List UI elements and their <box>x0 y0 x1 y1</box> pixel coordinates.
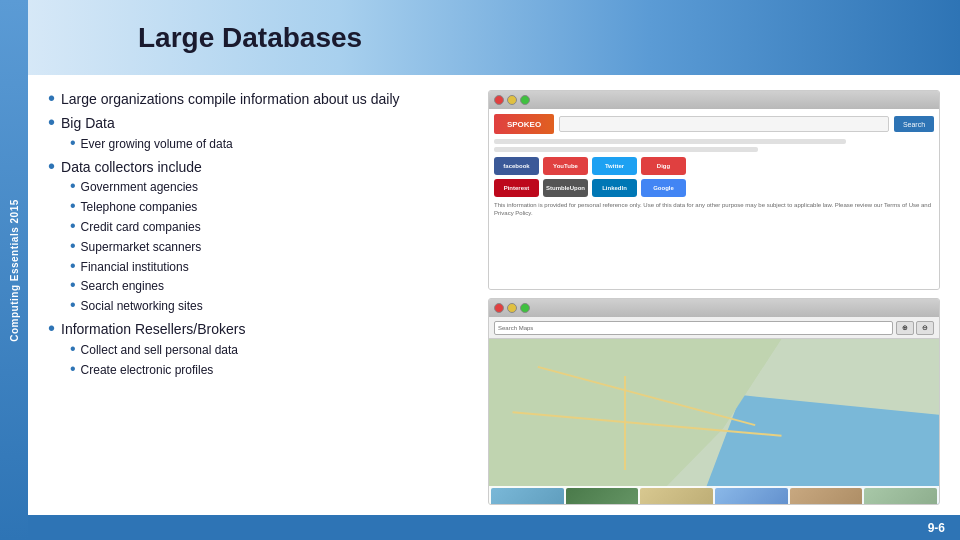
bullet-resellers-text: Information Resellers/Brokers <box>61 320 245 339</box>
header: Large Databases <box>28 0 960 75</box>
sub-supermarket-text: Supermarket scanners <box>81 239 202 256</box>
bullet-large-org: • Large organizations compile informatio… <box>48 90 468 109</box>
map-toolbar: Search Maps ⊕ ⊖ <box>489 317 939 339</box>
bullet-large-org-text: Large organizations compile information … <box>61 90 400 109</box>
map-thumb-1 <box>491 488 564 505</box>
page-number: 9-6 <box>928 521 945 535</box>
bullet-dot-2: • <box>48 112 55 132</box>
map-thumb-6 <box>864 488 937 505</box>
twitter-icon-chip: Twitter <box>592 157 637 175</box>
icon-row-top: facebook YouTube Twitter Digg Pinterest … <box>494 157 934 197</box>
social-icons-row-1: facebook YouTube Twitter Digg <box>494 157 934 175</box>
sub-collect-text: Collect and sell personal data <box>81 342 238 359</box>
linkedin-icon-chip: LinkedIn <box>592 179 637 197</box>
bullet-data-collectors-text: Data collectors include <box>61 158 202 177</box>
bullet-sub-dot-7: • <box>70 277 76 293</box>
sub-profiles-text: Create electronic profiles <box>81 362 214 379</box>
map-thumb-5 <box>790 488 863 505</box>
bullet-sub-dot-10: • <box>70 361 76 377</box>
bullet-big-data-text: Big Data <box>61 114 115 133</box>
bullet-ever-growing-text: Ever growing volume of data <box>81 136 233 153</box>
map-min-btn <box>507 303 517 313</box>
sub-social-text: Social networking sites <box>81 298 203 315</box>
map-btn-1: ⊕ <box>896 321 914 335</box>
map-road-3 <box>624 376 626 470</box>
social-icons-row-2: Pinterest StumbleUpon LinkedIn Google <box>494 179 934 197</box>
sub-social: • Social networking sites <box>48 298 468 315</box>
mock-line-2 <box>494 147 758 152</box>
screenshot-titlebar-top <box>489 91 939 109</box>
sidebar-label: Computing Essentials 2015 <box>9 199 20 342</box>
map-buttons: ⊕ ⊖ <box>896 321 934 335</box>
sub-financial: • Financial institutions <box>48 259 468 276</box>
bullet-sub-dot-6: • <box>70 258 76 274</box>
search-btn-mock: Search <box>894 116 934 132</box>
bullet-sub-dot-3: • <box>70 198 76 214</box>
pinterest-icon-chip: Pinterest <box>494 179 539 197</box>
bullet-dot-3: • <box>48 156 55 176</box>
sub-credit-text: Credit card companies <box>81 219 201 236</box>
map-max-btn <box>520 303 530 313</box>
win-max-btn <box>520 95 530 105</box>
screenshot-body-top: SPOKEO Search facebook YouTube Twitter D… <box>489 109 939 289</box>
bullet-sub-dot-5: • <box>70 238 76 254</box>
stumble-icon-chip: StumbleUpon <box>543 179 588 197</box>
map-thumb-4 <box>715 488 788 505</box>
sub-supermarket: • Supermarket scanners <box>48 239 468 256</box>
bullet-data-collectors: • Data collectors include <box>48 158 468 177</box>
search-bar-mock <box>559 116 889 132</box>
images-column: SPOKEO Search facebook YouTube Twitter D… <box>478 90 940 505</box>
bullet-resellers: • Information Resellers/Brokers <box>48 320 468 339</box>
screenshot-map: Search Maps ⊕ ⊖ <box>488 298 940 505</box>
spokeo-logo: SPOKEO <box>494 114 554 134</box>
sub-financial-text: Financial institutions <box>81 259 189 276</box>
sub-profiles: • Create electronic profiles <box>48 362 468 379</box>
sub-govt-text: Government agencies <box>81 179 198 196</box>
mock-line-1 <box>494 139 846 144</box>
page-title: Large Databases <box>138 22 362 54</box>
map-btn-2: ⊖ <box>916 321 934 335</box>
sub-govt: • Government agencies <box>48 179 468 196</box>
google-icon-chip: Google <box>641 179 686 197</box>
map-thumb-3 <box>640 488 713 505</box>
youtube-icon-chip: YouTube <box>543 157 588 175</box>
bullet-sub-dot-2: • <box>70 178 76 194</box>
bullet-ever-growing: • Ever growing volume of data <box>48 136 468 153</box>
sidebar: Computing Essentials 2015 <box>0 0 28 540</box>
mock-disclaimer-text: This information is provided for persona… <box>494 201 934 218</box>
map-thumb-2 <box>566 488 639 505</box>
content-area: • Large organizations compile informatio… <box>28 75 960 515</box>
map-search-bar: Search Maps <box>494 321 893 335</box>
map-body <box>489 339 939 505</box>
footer: 9-6 <box>28 515 960 540</box>
bullet-dot-1: • <box>48 88 55 108</box>
bullet-sub-dot-9: • <box>70 341 76 357</box>
digg-icon-chip: Digg <box>641 157 686 175</box>
win-min-btn <box>507 95 517 105</box>
screenshot-header-row: SPOKEO Search <box>494 114 934 134</box>
sub-collect: • Collect and sell personal data <box>48 342 468 359</box>
bullet-big-data: • Big Data <box>48 114 468 133</box>
bullet-sub-dot-8: • <box>70 297 76 313</box>
map-thumbnails <box>489 486 939 505</box>
bullet-dot-4: • <box>48 318 55 338</box>
facebook-icon-chip: facebook <box>494 157 539 175</box>
sub-credit: • Credit card companies <box>48 219 468 236</box>
win-close-btn <box>494 95 504 105</box>
sub-telephone: • Telephone companies <box>48 199 468 216</box>
main-content: Large Databases • Large organizations co… <box>28 0 960 540</box>
screenshot-social: SPOKEO Search facebook YouTube Twitter D… <box>488 90 940 290</box>
text-column: • Large organizations compile informatio… <box>48 90 478 505</box>
sub-search-text: Search engines <box>81 278 164 295</box>
map-titlebar <box>489 299 939 317</box>
bullet-sub-dot-1: • <box>70 135 76 151</box>
sub-telephone-text: Telephone companies <box>81 199 198 216</box>
bullet-sub-dot-4: • <box>70 218 76 234</box>
map-close-btn <box>494 303 504 313</box>
sub-search: • Search engines <box>48 278 468 295</box>
